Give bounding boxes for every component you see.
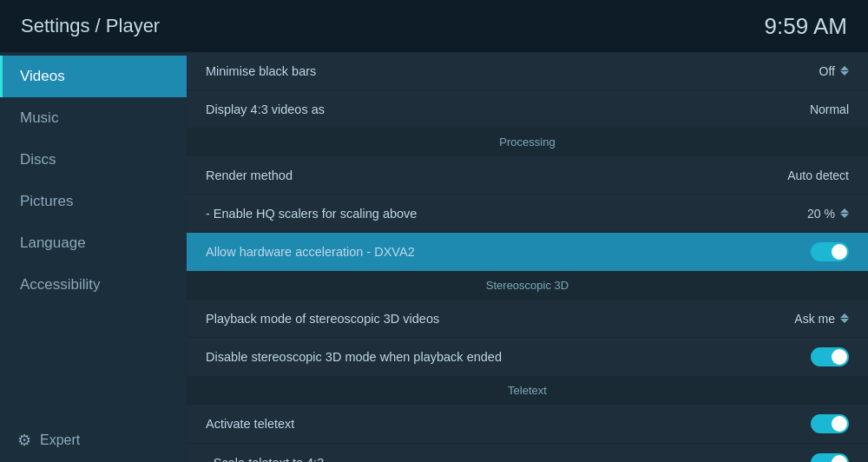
row-scale-teletext[interactable]: - Scale teletext to 4:3: [187, 444, 868, 462]
toggle-disable-3d-mode[interactable]: [811, 347, 849, 366]
toggle-scale-teletext[interactable]: [811, 453, 849, 462]
arrow-up-icon[interactable]: [840, 314, 849, 318]
label-minimise-black-bars: Minimise black bars: [206, 64, 316, 78]
value-activate-teletext[interactable]: [811, 414, 849, 433]
sidebar-item-pictures[interactable]: Pictures: [0, 181, 187, 222]
label-scale-teletext: - Scale teletext to 4:3: [206, 456, 324, 462]
header: Settings / Player 9:59 AM: [0, 0, 868, 52]
sidebar-item-discs[interactable]: Discs: [0, 139, 187, 181]
value-enable-hq-scalers: 20 %: [807, 207, 849, 221]
value-playback-mode-3d: Ask me: [794, 312, 849, 326]
row-minimise-black-bars[interactable]: Minimise black bars Off: [187, 52, 868, 90]
sidebar-footer-expert[interactable]: ⚙ Expert: [0, 419, 187, 462]
arrow-down-icon[interactable]: [840, 71, 849, 76]
sidebar: Videos Music Discs Pictures Language Acc…: [0, 52, 187, 462]
clock: 9:59 AM: [765, 13, 847, 40]
value-disable-3d-mode[interactable]: [811, 347, 849, 366]
value-allow-hw-accel[interactable]: [811, 242, 849, 261]
row-disable-3d-mode[interactable]: Disable stereoscopic 3D mode when playba…: [187, 338, 868, 377]
row-activate-teletext[interactable]: Activate teletext: [187, 405, 868, 444]
label-display-43: Display 4:3 videos as: [206, 102, 325, 116]
body: Videos Music Discs Pictures Language Acc…: [0, 52, 868, 462]
row-enable-hq-scalers[interactable]: - Enable HQ scalers for scaling above 20…: [187, 195, 868, 233]
label-disable-3d-mode: Disable stereoscopic 3D mode when playba…: [206, 350, 502, 364]
sidebar-item-videos[interactable]: Videos: [0, 56, 187, 97]
label-allow-hw-accel: Allow hardware acceleration - DXVA2: [206, 245, 415, 259]
label-render-method: Render method: [206, 168, 293, 182]
arrows-minimise-black-bars[interactable]: [840, 66, 849, 76]
toggle-activate-teletext[interactable]: [811, 414, 849, 433]
row-render-method[interactable]: Render method Auto detect: [187, 156, 868, 195]
arrows-hq-scalers[interactable]: [840, 208, 849, 218]
value-display-43: Normal: [810, 102, 849, 116]
arrow-up-icon[interactable]: [840, 66, 849, 70]
section-header-processing: Processing: [187, 129, 868, 156]
section-header-teletext: Teletext: [187, 377, 868, 405]
row-display-43[interactable]: Display 4:3 videos as Normal: [187, 90, 868, 129]
content-panel: Minimise black bars Off Display 4:3 vide…: [187, 52, 868, 462]
label-enable-hq-scalers: - Enable HQ scalers for scaling above: [206, 207, 417, 221]
sidebar-item-accessibility[interactable]: Accessibility: [0, 264, 187, 306]
value-minimise-black-bars: Off: [819, 64, 849, 78]
sidebar-item-music[interactable]: Music: [0, 97, 187, 139]
value-render-method: Auto detect: [787, 168, 849, 182]
page-title: Settings / Player: [21, 15, 160, 37]
toggle-allow-hw-accel[interactable]: [811, 242, 849, 261]
arrow-up-icon[interactable]: [840, 208, 849, 213]
label-playback-mode-3d: Playback mode of stereoscopic 3D videos: [206, 312, 439, 326]
row-allow-hw-accel[interactable]: Allow hardware acceleration - DXVA2: [187, 233, 868, 272]
arrows-playback-mode-3d[interactable]: [840, 314, 849, 323]
arrow-down-icon[interactable]: [840, 319, 849, 323]
row-playback-mode-3d[interactable]: Playback mode of stereoscopic 3D videos …: [187, 300, 868, 338]
value-scale-teletext[interactable]: [811, 453, 849, 462]
expert-label: Expert: [40, 432, 80, 448]
sidebar-item-language[interactable]: Language: [0, 222, 187, 264]
label-activate-teletext: Activate teletext: [206, 417, 294, 431]
section-header-stereoscopic: Stereoscopic 3D: [187, 272, 868, 300]
gear-icon: ⚙: [17, 431, 31, 450]
arrow-down-icon[interactable]: [840, 214, 849, 218]
